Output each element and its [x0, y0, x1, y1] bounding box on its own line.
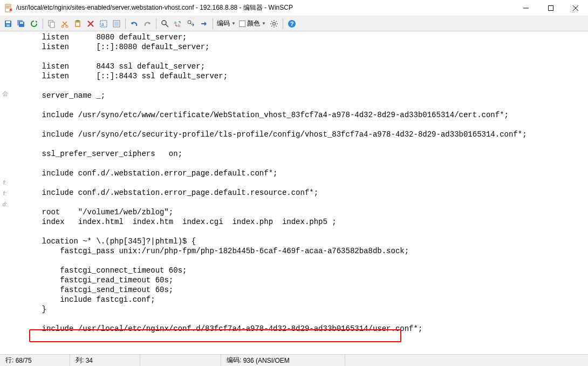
svg-rect-1	[549, 5, 553, 10]
svg-rect-14	[76, 23, 79, 26]
gutter-mark: 会	[0, 80, 10, 107]
encoding-value: 936 (ANSI/OEM	[243, 357, 290, 364]
editor-content[interactable]: listen 8080 default_server; listen [::]:…	[10, 31, 587, 334]
color-label: 颜色	[247, 19, 260, 28]
gutter-mark: f:	[0, 177, 10, 188]
line-label: 行:	[5, 356, 13, 365]
save-all-button[interactable]	[15, 18, 27, 30]
gutter-mark: d:	[0, 199, 10, 209]
maximize-button[interactable]	[538, 0, 563, 16]
col-label: 列:	[76, 356, 84, 365]
separator	[213, 18, 213, 29]
help-button[interactable]: ?	[286, 18, 298, 30]
close-button[interactable]	[563, 0, 588, 16]
svg-rect-18	[114, 22, 119, 26]
color-checkbox[interactable]	[239, 21, 245, 27]
separator	[156, 18, 156, 29]
editor-area[interactable]: listen 8080 default_server; listen [::]:…	[10, 31, 587, 354]
svg-rect-3	[6, 21, 10, 23]
encoding-dropdown[interactable]: 编码▼	[216, 19, 237, 28]
svg-rect-9	[50, 22, 54, 28]
toolbar: a ab 编码▼ 颜色▼ ?	[0, 16, 588, 31]
gutter-mark: f:	[0, 188, 10, 199]
copy-button[interactable]	[46, 18, 58, 30]
delete-button[interactable]	[85, 18, 97, 30]
svg-point-23	[272, 22, 275, 25]
svg-point-19	[162, 21, 166, 25]
gutter: 会 f: f: d:	[0, 31, 10, 354]
separator	[283, 18, 283, 29]
svg-text:a: a	[101, 21, 104, 27]
separator	[125, 18, 126, 29]
goto-button[interactable]	[198, 18, 210, 30]
line-value: 68/75	[16, 357, 32, 364]
cut-button[interactable]	[59, 18, 71, 30]
find-button[interactable]	[159, 18, 171, 30]
undo-button[interactable]	[128, 18, 140, 30]
status-bar: 行: 68/75 列: 34 编码: 936 (ANSI/OEM	[0, 354, 588, 366]
paste-button[interactable]	[72, 18, 84, 30]
window-controls	[514, 0, 588, 16]
replace-button[interactable]: ab	[172, 18, 184, 30]
svg-text:a: a	[174, 21, 176, 24]
chevron-down-icon: ▼	[262, 21, 266, 26]
status-col: 列: 34	[70, 355, 140, 366]
settings-button[interactable]	[268, 18, 280, 30]
svg-rect-7	[20, 22, 23, 24]
separator	[43, 18, 43, 29]
select-all-button[interactable]: a	[98, 18, 110, 30]
encoding-label: 编码:	[227, 356, 241, 365]
svg-text:?: ?	[290, 21, 294, 27]
minimize-button[interactable]	[514, 0, 538, 16]
title-bar: /usr/local/etc/nginx/sites-enabled/serve…	[0, 0, 588, 16]
print-button[interactable]	[111, 18, 122, 30]
window-title: /usr/local/etc/nginx/sites-enabled/serve…	[16, 3, 514, 12]
status-modified	[491, 355, 588, 366]
color-dropdown[interactable]: 颜色▼	[238, 19, 267, 28]
status-encoding: 编码: 936 (ANSI/OEM	[221, 355, 345, 366]
reload-button[interactable]	[28, 18, 40, 30]
encoding-label: 编码	[217, 19, 230, 28]
status-char	[140, 355, 221, 366]
status-line: 行: 68/75	[0, 355, 70, 366]
save-button[interactable]	[2, 18, 14, 30]
redo-button[interactable]	[141, 18, 153, 30]
app-icon	[4, 4, 13, 12]
col-value: 34	[86, 357, 93, 364]
svg-rect-4	[6, 24, 10, 26]
chevron-down-icon: ▼	[231, 21, 236, 26]
svg-text:b: b	[178, 24, 180, 28]
find-next-button[interactable]	[185, 18, 197, 30]
svg-rect-13	[76, 20, 79, 22]
